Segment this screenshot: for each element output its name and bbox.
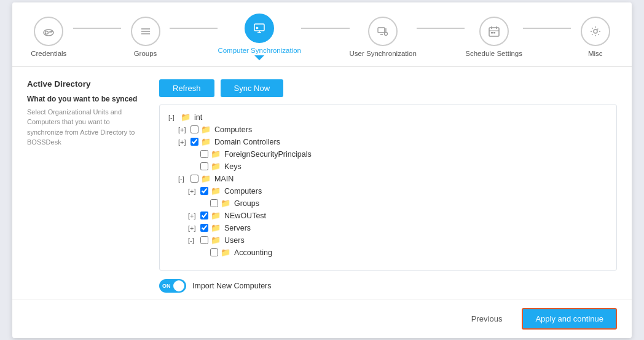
tree-label-main-computers: Computers	[224, 187, 262, 196]
step-circle-computer-sync	[245, 14, 274, 43]
step-label-misc: Misc	[588, 50, 603, 57]
tree-item-keys: [+] 📁 Keys	[188, 160, 608, 173]
apply-continue-button[interactable]: Apply and continue	[522, 308, 617, 330]
tree-item-int: [-] 📁 int	[168, 111, 608, 124]
tree-label-newoUtest: NEwOUTest	[224, 212, 266, 220]
tree-item-accounting: [+] 📁 Accounting	[198, 247, 608, 259]
tree-toggle-users[interactable]: [-]	[188, 237, 198, 244]
import-label: Import New Computers	[192, 282, 272, 290]
checkbox-fsp[interactable]	[200, 150, 208, 158]
tree-item-groups: [+] 📁 Groups	[198, 197, 608, 210]
tree-toggle-computers[interactable]: [+]	[178, 126, 188, 133]
svg-point-16	[385, 32, 388, 35]
sync-now-button[interactable]: Sync Now	[221, 79, 284, 97]
checkbox-computers[interactable]	[190, 125, 198, 133]
step-label-computer-sync: Computer Synchronization	[218, 47, 301, 54]
tree-item-computers: [+] 📁 Computers	[178, 124, 608, 136]
step-credentials[interactable]: Credentials	[25, 17, 73, 57]
folder-icon-accounting: 📁	[221, 248, 230, 257]
tree-item-fsp: [+] 📁 ForeignSecurityPrincipals	[188, 148, 608, 160]
user-sync-icon	[377, 25, 389, 38]
tree-label-fsp: ForeignSecurityPrincipals	[224, 150, 312, 159]
sidebar-subtitle: What do you want to be synced	[27, 95, 147, 103]
step-circle-misc	[581, 17, 610, 46]
tree-toggle-servers[interactable]: [+]	[188, 224, 198, 232]
tree-toggle-dc[interactable]: [+]	[178, 138, 188, 146]
step-circle-groups	[131, 17, 160, 46]
previous-button[interactable]: Previous	[459, 309, 515, 328]
checkbox-dc[interactable]	[190, 138, 198, 146]
checkbox-groups[interactable]	[210, 199, 218, 207]
checkbox-users[interactable]	[200, 236, 208, 244]
folder-icon-int: 📁	[181, 113, 190, 122]
refresh-button[interactable]: Refresh	[159, 79, 214, 97]
tree-toggle-main[interactable]: [-]	[178, 175, 188, 183]
folder-icon-servers: 📁	[211, 223, 221, 232]
folder-icon-main: 📁	[201, 174, 211, 183]
tree-label-users: Users	[224, 236, 245, 245]
credentials-icon	[42, 25, 55, 38]
import-row: ON Import New Computers	[159, 279, 617, 293]
sidebar: Active Directory What do you want to be …	[27, 79, 147, 293]
step-groups[interactable]: Groups	[121, 17, 170, 57]
tree-item-main-computers: [+] 📁 Computers	[188, 185, 608, 197]
connector-5	[523, 28, 571, 29]
folder-icon-groups: 📁	[221, 199, 230, 208]
step-schedule[interactable]: Schedule Settings	[465, 17, 522, 57]
tree-toggle-int[interactable]: [-]	[168, 114, 178, 121]
folder-icon-fsp: 📁	[211, 149, 221, 159]
checkbox-newoUtest[interactable]	[200, 212, 208, 219]
folder-icon-newoUtest: 📁	[211, 211, 221, 220]
connector-3	[301, 28, 350, 29]
tree-label-accounting: Accounting	[234, 248, 272, 257]
toolbar: Refresh Sync Now	[159, 79, 617, 97]
sidebar-description: Select Organizational Units and Computer…	[27, 107, 147, 148]
toggle-knob	[173, 280, 184, 291]
connector-4	[417, 28, 465, 29]
tree-item-main: [-] 📁 MAIN	[178, 173, 608, 185]
main-content: Refresh Sync Now [-] 📁 int [+] 📁 Compute…	[159, 79, 617, 293]
content-area: Active Directory What do you want to be …	[12, 67, 632, 293]
tree-label-computers: Computers	[214, 125, 252, 134]
tree-toggle-main-computers[interactable]: [+]	[188, 188, 198, 195]
step-label-schedule: Schedule Settings	[465, 50, 522, 57]
schedule-icon	[488, 25, 500, 38]
tree-item-servers: [+] 📁 Servers	[188, 222, 608, 234]
svg-point-24	[594, 30, 597, 33]
step-misc[interactable]: Misc	[571, 17, 619, 57]
step-computer-sync[interactable]: Computer Synchronization	[218, 14, 301, 60]
tree-item-domain-controllers: [+] 📁 Domain Controllers	[178, 136, 608, 148]
checkbox-main[interactable]	[190, 175, 198, 183]
checkbox-main-computers[interactable]	[200, 187, 208, 195]
step-active-arrow	[254, 55, 264, 60]
tree-label-keys: Keys	[224, 162, 242, 171]
checkbox-servers[interactable]	[200, 224, 208, 232]
tree-label-servers: Servers	[224, 224, 251, 232]
checkbox-accounting[interactable]	[210, 248, 218, 256]
wizard-steps: Credentials Groups	[12, 2, 632, 67]
folder-icon-main-computers: 📁	[211, 186, 221, 196]
step-circle-schedule	[479, 17, 509, 46]
toggle-on-label: ON	[162, 283, 171, 289]
folder-icon-users: 📁	[211, 235, 221, 245]
svg-rect-23	[493, 32, 495, 34]
computer-sync-icon	[253, 22, 265, 34]
tree-item-users: [-] 📁 Users	[188, 234, 608, 247]
step-user-sync[interactable]: User Synchronization	[350, 17, 417, 57]
svg-point-1	[45, 31, 49, 34]
svg-rect-8	[254, 24, 264, 31]
folder-icon-computers: 📁	[201, 125, 211, 134]
misc-icon	[589, 25, 602, 38]
import-toggle[interactable]: ON	[159, 279, 186, 293]
step-label-credentials: Credentials	[31, 50, 66, 57]
tree-item-newoUtest: [+] 📁 NEwOUTest	[188, 210, 608, 222]
step-circle-credentials	[34, 17, 63, 46]
checkbox-keys[interactable]	[200, 162, 208, 170]
connector-1	[73, 28, 122, 29]
tree-label-main: MAIN	[214, 175, 234, 183]
tree-toggle-newoUtest[interactable]: [+]	[188, 212, 198, 219]
tree-label-dc: Domain Controllers	[214, 138, 280, 146]
step-circle-user-sync	[368, 17, 398, 46]
tree-container[interactable]: [-] 📁 int [+] 📁 Computers [+] 📁 Domain C…	[159, 105, 617, 271]
folder-icon-dc: 📁	[201, 137, 211, 146]
